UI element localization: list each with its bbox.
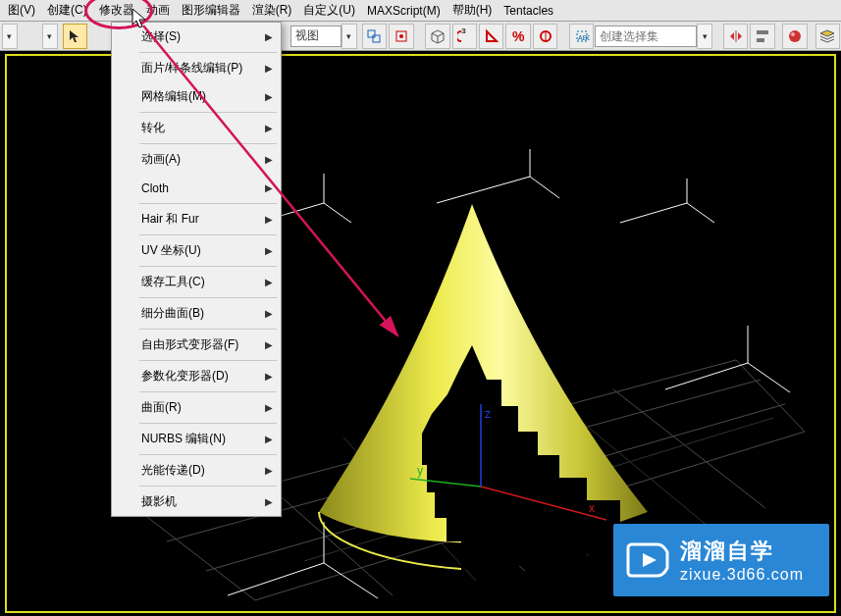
svg-rect-8 (757, 30, 768, 34)
layer-button[interactable] (815, 24, 840, 49)
selset-dd[interactable]: ▾ (697, 24, 712, 49)
menubar: 图(V) 创建(C) 修改器 动画 图形编辑器 渲染(R) 自定义(U) MAX… (0, 0, 841, 22)
dropdown-item-2[interactable]: 网格编辑(M)▶ (112, 82, 281, 111)
watermark-url: zixue.3d66.com (680, 566, 804, 584)
menu-animation[interactable]: 动画 (140, 0, 176, 21)
dropdown-item-12[interactable]: 曲面(R)▶ (112, 393, 281, 422)
axis-z-label: z (485, 407, 491, 421)
dropdown-separator (139, 329, 277, 330)
submenu-arrow-icon: ▶ (265, 339, 273, 350)
dropdown-item-7[interactable]: UV 坐标(U)▶ (112, 236, 281, 265)
dropdown-item-0[interactable]: 选择(S)▶ (112, 23, 281, 51)
selset-input[interactable] (595, 26, 697, 47)
dropdown-item-label: 参数化变形器(D) (141, 368, 229, 385)
submenu-arrow-icon: ▶ (265, 308, 273, 319)
dropdown-item-4[interactable]: 动画(A)▶ (112, 145, 281, 174)
svg-point-10 (789, 30, 801, 42)
dropdown-separator (139, 203, 277, 204)
dropdown-item-label: NURBS 编辑(N) (141, 431, 226, 447)
dropdown-item-label: 动画(A) (141, 151, 181, 168)
menu-customize[interactable]: 自定义(U) (297, 0, 361, 21)
dropdown-item-8[interactable]: 缓存工具(C)▶ (112, 268, 281, 296)
select-arrow-button[interactable] (63, 24, 87, 49)
view-dd[interactable]: ▾ (342, 24, 357, 49)
toolbar-dd-left1[interactable]: ▾ (2, 24, 18, 49)
axis-y-label: y (417, 464, 423, 478)
spinner-snap-button[interactable] (533, 24, 557, 49)
submenu-arrow-icon: ▶ (265, 402, 273, 413)
submenu-arrow-icon: ▶ (265, 496, 273, 507)
dropdown-separator (139, 52, 277, 53)
dropdown-separator (139, 454, 277, 455)
dropdown-separator (139, 234, 277, 235)
dropdown-item-label: 选择(S) (141, 28, 181, 45)
svg-point-11 (791, 32, 795, 36)
menu-help[interactable]: 帮助(H) (447, 0, 499, 21)
dropdown-separator (139, 360, 277, 361)
menu-modifiers[interactable]: 修改器 (93, 0, 140, 21)
dropdown-item-11[interactable]: 参数化变形器(D)▶ (112, 362, 281, 390)
submenu-arrow-icon: ▶ (265, 277, 273, 287)
dropdown-separator (139, 266, 277, 267)
svg-point-3 (399, 34, 403, 38)
angle-snap-button[interactable] (479, 24, 503, 49)
dropdown-item-10[interactable]: 自由形式变形器(F)▶ (112, 331, 281, 359)
dropdown-item-label: 曲面(R) (141, 399, 182, 416)
dropdown-item-15[interactable]: 摄影机▶ (112, 488, 281, 516)
dropdown-item-label: 自由形式变形器(F) (141, 336, 238, 353)
svg-rect-0 (368, 30, 375, 37)
view-input[interactable] (290, 26, 342, 47)
menu-grapheditors[interactable]: 图形编辑器 (176, 0, 246, 21)
submenu-arrow-icon: ▶ (265, 154, 273, 165)
mirror-button[interactable] (723, 24, 748, 49)
dropdown-item-9[interactable]: 细分曲面(B)▶ (112, 299, 281, 328)
svg-rect-1 (373, 35, 380, 42)
menu-create[interactable]: 创建(C) (41, 0, 93, 21)
box-button[interactable] (425, 24, 449, 49)
dropdown-item-5[interactable]: Cloth▶ (112, 174, 281, 202)
dropdown-item-label: 光能传递(D) (141, 462, 205, 479)
menu-rendering[interactable]: 渲染(R) (246, 0, 298, 21)
dropdown-item-13[interactable]: NURBS 编辑(N)▶ (112, 425, 281, 453)
named-sel-button[interactable]: ABC (569, 24, 594, 49)
dropdown-item-label: Cloth (141, 181, 169, 195)
svg-text:ABC: ABC (578, 34, 590, 41)
dropdown-separator (139, 143, 277, 144)
submenu-arrow-icon: ▶ (265, 465, 273, 476)
submenu-arrow-icon: ▶ (265, 434, 273, 444)
dropdown-item-label: 细分曲面(B) (141, 305, 204, 322)
menu-view[interactable]: 图(V) (2, 0, 41, 21)
dropdown-item-14[interactable]: 光能传递(D)▶ (112, 456, 281, 485)
play-icon (621, 534, 674, 587)
svg-rect-9 (757, 38, 764, 42)
submenu-arrow-icon: ▶ (265, 123, 273, 133)
filter-button[interactable] (389, 24, 413, 49)
dropdown-item-label: 网格编辑(M) (141, 88, 206, 105)
dropdown-item-label: 缓存工具(C) (141, 274, 205, 290)
snap-toggle-button[interactable]: 3 (452, 24, 477, 49)
submenu-arrow-icon: ▶ (265, 31, 273, 42)
dropdown-item-label: Hair 和 Fur (141, 211, 199, 228)
dropdown-separator (139, 391, 277, 392)
dropdown-item-label: 摄影机 (141, 493, 177, 510)
dropdown-item-label: UV 坐标(U) (141, 242, 201, 259)
dropdown-item-1[interactable]: 面片/样条线编辑(P)▶ (112, 54, 281, 82)
submenu-arrow-icon: ▶ (265, 182, 273, 193)
modifiers-dropdown: 选择(S)▶面片/样条线编辑(P)▶网格编辑(M)▶转化▶动画(A)▶Cloth… (111, 22, 282, 517)
menu-tentacles[interactable]: Tentacles (498, 2, 559, 20)
material-editor-button[interactable] (782, 24, 807, 49)
dropdown-item-label: 转化 (141, 120, 165, 136)
dropdown-item-3[interactable]: 转化▶ (112, 114, 281, 142)
axis-x-label: x (589, 501, 595, 515)
watermark-title: 溜溜自学 (680, 537, 804, 566)
submenu-arrow-icon: ▶ (265, 63, 273, 74)
align-button[interactable] (750, 24, 774, 49)
window-crossing-button[interactable] (362, 24, 387, 49)
dropdown-separator (139, 486, 277, 487)
menu-maxscript[interactable]: MAXScript(M) (361, 2, 447, 20)
percent-snap-button[interactable]: % (505, 24, 530, 49)
toolbar-dd-left2[interactable]: ▾ (42, 24, 58, 49)
dropdown-item-6[interactable]: Hair 和 Fur▶ (112, 205, 281, 233)
submenu-arrow-icon: ▶ (265, 245, 273, 256)
submenu-arrow-icon: ▶ (265, 214, 273, 225)
